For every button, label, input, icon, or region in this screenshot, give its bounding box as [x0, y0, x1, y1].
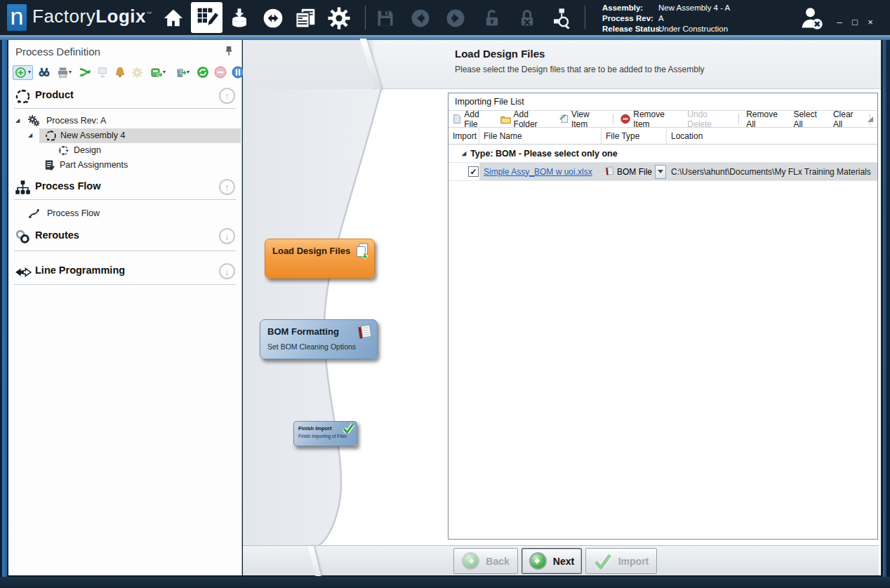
expanded-triangle-icon[interactable]: ◢ — [15, 117, 20, 123]
brand-name: FactoryLogix™ — [32, 6, 152, 27]
section-label: Product — [35, 89, 74, 100]
release-status-label: Release Status: — [602, 25, 663, 33]
reroutes-icon — [15, 229, 31, 248]
process-definition-tab-icon[interactable] — [191, 2, 222, 33]
collapse-up-button[interactable]: ↑ — [219, 88, 235, 104]
minimize-button[interactable]: – — [832, 17, 846, 27]
add-file-button[interactable]: Add File — [453, 109, 493, 129]
expanded-triangle-icon[interactable]: ◢ — [28, 132, 32, 138]
find-icon[interactable] — [37, 66, 51, 79]
import-checkbox[interactable]: ✓ — [468, 166, 479, 177]
remove-all-button[interactable]: Remove All — [746, 109, 786, 129]
workflow-swoosh — [243, 89, 453, 545]
view-item-button[interactable]: View Item — [559, 109, 606, 129]
pin-icon[interactable] — [224, 45, 234, 58]
select-all-button[interactable]: Select All — [793, 109, 826, 129]
step-load-design-files[interactable]: Load Design Files — [265, 239, 375, 279]
transfer-icon[interactable] — [260, 5, 286, 32]
wizard-subtitle: Please select the Design files that are … — [455, 65, 705, 74]
header-left-band — [243, 40, 373, 89]
next-button[interactable]: Next — [522, 548, 582, 574]
bell-icon[interactable] — [113, 66, 126, 79]
expand-down-button[interactable]: ↓ — [219, 263, 235, 279]
toolbar-overflow-icon[interactable] — [868, 116, 873, 122]
file-type-dropdown[interactable] — [655, 165, 666, 179]
import-button[interactable]: Import — [585, 548, 657, 574]
assembly-info-values: New Assembly 4 - A A Under Construction — [658, 3, 730, 34]
step-title: BOM Formatting — [267, 326, 339, 337]
tree-item-process-flow[interactable]: Process Flow — [8, 207, 242, 221]
column-file-type[interactable]: File Type — [602, 128, 667, 144]
column-file-name[interactable]: File Name — [479, 128, 602, 144]
gear-faded-icon[interactable] — [131, 66, 144, 79]
lock-icon[interactable] — [514, 5, 540, 32]
factorylogix-logo-icon: n — [7, 4, 27, 31]
add-folder-button[interactable]: Add Folder — [500, 109, 552, 129]
add-item-button[interactable]: ▾ — [13, 65, 33, 80]
clear-all-button[interactable]: Clear All — [833, 109, 863, 129]
settings-gear-icon[interactable] — [326, 5, 352, 32]
step-finish-import[interactable]: Finish Import Finish Importing of Files — [293, 421, 357, 446]
save-icon[interactable] — [372, 5, 399, 32]
news-documents-icon[interactable] — [292, 5, 319, 32]
process-search-icon[interactable] — [547, 5, 574, 32]
exchange-arrows-icon[interactable] — [78, 66, 91, 79]
load-files-icon — [354, 243, 370, 262]
home-icon[interactable] — [160, 5, 187, 32]
file-row[interactable]: ✓ Simple Assy_BOM w uoi.xlsx BOM File C:… — [449, 163, 877, 181]
gears-icon — [28, 115, 41, 130]
step-subtitle: Finish Importing of Files — [298, 434, 347, 439]
expand-down-button[interactable]: ↓ — [219, 228, 235, 244]
divider — [14, 250, 237, 251]
toolbar-divider — [585, 6, 585, 29]
column-location[interactable]: Location — [667, 128, 877, 144]
file-name-link[interactable]: Simple Assy_BOM w uoi.xlsx — [479, 167, 592, 177]
undo-delete-button[interactable]: Undo Delete — [687, 109, 731, 129]
sidebar-section-line-programming[interactable]: Line Programming ↓ — [8, 262, 242, 281]
file-list-header-row: Import File Name File Type Location — [449, 128, 877, 145]
back-icon[interactable] — [407, 5, 434, 32]
print-button[interactable]: ▾ — [55, 66, 74, 79]
column-import[interactable]: Import — [449, 128, 479, 144]
tree-item-design[interactable]: Design — [8, 144, 242, 158]
divider — [14, 284, 237, 285]
export-package-button[interactable]: ▾ — [148, 66, 168, 79]
close-button[interactable]: × — [863, 17, 877, 27]
sidebar-toolbar: ▾ ▾ ▾ — [13, 63, 244, 81]
accent-strip — [0, 35, 890, 40]
forward-icon[interactable] — [442, 5, 469, 32]
data-import-icon[interactable] — [226, 5, 253, 32]
assembly-value: New Assembly 4 - A — [658, 3, 730, 13]
window-bottom-edge — [0, 577, 890, 588]
user-account-icon[interactable] — [799, 6, 824, 34]
main-area: Load Design Files Please select the Desi… — [243, 40, 881, 575]
sidebar-section-product[interactable]: Product ↑ — [8, 86, 242, 106]
remove-circle-icon[interactable] — [213, 66, 227, 79]
tree-item-new-assembly[interactable]: ◢ New Assembly 4 — [8, 129, 242, 143]
sidebar-section-process-flow[interactable]: Process Flow ↑ — [8, 178, 242, 197]
add-file-icon — [453, 114, 461, 124]
collapse-up-button[interactable]: ↑ — [219, 179, 235, 195]
window-left-edge — [2, 40, 7, 577]
group-header-row[interactable]: ◢ Type: BOM - Please select only one — [449, 145, 877, 163]
file-type-value: BOM File — [617, 167, 652, 177]
sync-circle-icon[interactable] — [196, 66, 209, 79]
step-subtitle: Set BOM Cleaning Options — [267, 342, 356, 351]
back-button[interactable]: Back — [453, 548, 518, 574]
tree-item-part-assignments[interactable]: Part Assignments — [8, 159, 242, 173]
titlebar: n FactoryLogix™ — [0, 0, 890, 35]
divider — [14, 108, 237, 109]
group-expanded-icon[interactable]: ◢ — [462, 150, 466, 156]
step-title: Finish Import — [298, 425, 332, 432]
unlock-icon[interactable] — [479, 5, 505, 32]
maximize-button[interactable]: □ — [848, 17, 862, 27]
tree-item-process-rev[interactable]: ◢ Process Rev: A — [8, 114, 242, 128]
presentation-board-icon[interactable] — [95, 66, 109, 79]
delete-package-button[interactable]: ▾ — [172, 66, 192, 79]
import-check-icon — [594, 554, 612, 569]
window-right-edge — [883, 40, 886, 577]
toolbar-separator — [613, 114, 613, 125]
remove-item-button[interactable]: Remove Item — [620, 109, 680, 129]
step-bom-formatting[interactable]: BOM Formatting Set BOM Cleaning Options — [260, 319, 378, 359]
sidebar-section-reroutes[interactable]: Reroutes ↓ — [8, 227, 242, 246]
